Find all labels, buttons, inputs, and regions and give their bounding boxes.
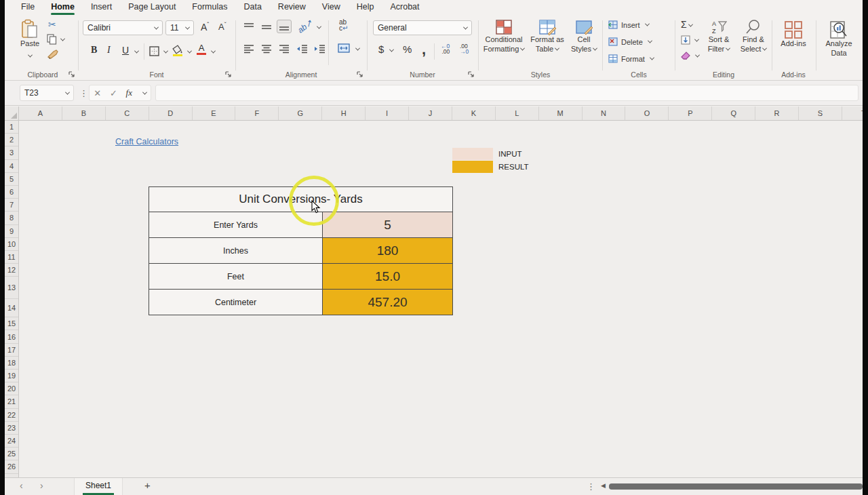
format-as-table-button[interactable]: Format as Table — [528, 19, 567, 54]
insert-cells-button[interactable]: Insert — [608, 20, 649, 29]
tab-review[interactable]: Review — [271, 1, 313, 14]
align-left-button[interactable] — [241, 42, 256, 56]
column-header-R[interactable]: R — [755, 106, 799, 120]
orientation-button[interactable]: ab↗ — [296, 18, 314, 35]
align-top-button[interactable] — [241, 20, 256, 34]
sort-filter-button[interactable]: AZ Sort & Filter — [703, 19, 735, 54]
row-header-18[interactable]: 18 — [5, 357, 18, 370]
row-header-5[interactable]: 5 — [5, 173, 18, 186]
craft-calculators-link[interactable]: Craft Calculators — [115, 137, 178, 146]
font-size-select[interactable]: 11 — [165, 20, 194, 35]
chevron-down-icon[interactable] — [142, 90, 147, 94]
formula-input[interactable] — [155, 85, 859, 101]
table-row-label[interactable]: Centimeter — [149, 290, 323, 315]
delete-cells-button[interactable]: Delete — [608, 37, 652, 46]
table-row-value[interactable]: 180 — [323, 238, 452, 263]
row-header-11[interactable]: 11 — [5, 251, 18, 264]
column-header-M[interactable]: M — [539, 106, 583, 120]
chevron-down-icon[interactable] — [163, 49, 168, 54]
comma-button[interactable]: , — [422, 41, 426, 58]
chevron-down-icon[interactable] — [134, 49, 139, 54]
increase-decimal-button[interactable]: ←0 .00 — [441, 43, 450, 54]
column-header-N[interactable]: N — [583, 106, 626, 120]
table-row-label[interactable]: Inches — [149, 238, 323, 263]
cell-styles-button[interactable]: Cell Styles — [567, 19, 601, 54]
paste-button[interactable]: Paste — [17, 19, 43, 61]
wrap-text-button[interactable]: ab c↵ — [339, 19, 348, 31]
format-cells-button[interactable]: Format — [608, 54, 654, 63]
cancel-icon[interactable]: ✕ — [94, 88, 101, 98]
scroll-left-icon[interactable]: ◀ — [601, 482, 606, 489]
column-header-B[interactable]: B — [62, 106, 106, 120]
row-header-15[interactable]: 15 — [5, 317, 18, 330]
clear-button[interactable] — [681, 52, 691, 60]
percent-button[interactable]: % — [403, 43, 412, 55]
row-header-19[interactable]: 19 — [5, 370, 18, 382]
column-header-G[interactable]: G — [279, 106, 322, 120]
chevron-down-icon[interactable] — [211, 49, 216, 54]
align-right-button[interactable] — [277, 42, 292, 56]
row-header-17[interactable]: 17 — [5, 344, 18, 357]
row-header-26[interactable]: 26 — [5, 460, 18, 473]
tab-insert[interactable]: Insert — [84, 1, 119, 14]
column-header-L[interactable]: L — [496, 106, 539, 120]
chevron-down-icon[interactable] — [317, 24, 321, 29]
alignment-dialog-launcher-icon[interactable] — [357, 71, 363, 78]
column-header-P[interactable]: P — [669, 106, 712, 120]
copy-button[interactable] — [47, 34, 57, 45]
font-dialog-launcher-icon[interactable] — [225, 71, 232, 78]
row-header-9[interactable]: 9 — [5, 225, 18, 238]
merge-center-button[interactable] — [338, 43, 350, 53]
italic-button[interactable]: I — [107, 45, 111, 56]
decrease-decimal-button[interactable]: .00 →0 — [460, 43, 469, 54]
add-sheet-button[interactable]: + — [144, 479, 151, 491]
column-header-I[interactable]: I — [366, 106, 409, 120]
column-header-H[interactable]: H — [322, 106, 366, 120]
row-header-25[interactable]: 25 — [5, 448, 18, 460]
column-header-A[interactable]: A — [19, 106, 62, 120]
align-center-button[interactable] — [259, 42, 274, 56]
table-row-value[interactable]: 457.20 — [323, 290, 452, 315]
column-header-E[interactable]: E — [193, 106, 236, 120]
clipboard-dialog-launcher-icon[interactable] — [68, 71, 75, 78]
tab-data[interactable]: Data — [237, 1, 268, 14]
cut-button[interactable]: ✂ — [48, 19, 56, 30]
chevron-down-icon[interactable] — [187, 49, 192, 54]
row-header-20[interactable]: 20 — [5, 382, 18, 395]
borders-button[interactable] — [149, 46, 159, 56]
row-header-13[interactable]: 13 — [5, 277, 18, 299]
row-header-23[interactable]: 23 — [5, 422, 18, 435]
table-row-value[interactable]: 5 — [323, 212, 452, 237]
row-header-6[interactable]: 6 — [5, 186, 18, 199]
find-select-button[interactable]: Find & Select — [738, 19, 769, 54]
number-dialog-launcher-icon[interactable] — [468, 71, 475, 78]
align-bottom-button[interactable] — [277, 20, 292, 33]
column-header-Q[interactable]: Q — [712, 106, 755, 120]
row-header-8[interactable]: 8 — [5, 212, 18, 224]
align-middle-button[interactable] — [259, 20, 274, 34]
tab-help[interactable]: Help — [350, 1, 381, 14]
chevron-down-icon[interactable] — [389, 47, 394, 52]
tab-file[interactable]: File — [14, 1, 41, 14]
decrease-indent-button[interactable] — [294, 42, 309, 56]
row-header-1[interactable]: 1 — [5, 121, 18, 134]
row-header-2[interactable]: 2 — [5, 134, 18, 146]
row-header-7[interactable]: 7 — [5, 199, 18, 212]
row-header-4[interactable]: 4 — [5, 160, 18, 173]
shrink-font-button[interactable]: Aˇ — [218, 21, 226, 32]
addins-button[interactable]: Add-ins — [776, 20, 810, 49]
spreadsheet-grid[interactable]: 1234567891011121314151617181920212223242… — [5, 121, 863, 477]
currency-button[interactable]: $ — [378, 43, 384, 55]
row-header-3[interactable]: 3 — [5, 146, 18, 159]
tab-formulas[interactable]: Formulas — [185, 1, 234, 14]
row-header-10[interactable]: 10 — [5, 238, 18, 251]
sheet-tab-sheet1[interactable]: Sheet1 — [74, 478, 123, 495]
row-header-24[interactable]: 24 — [5, 435, 18, 448]
number-format-select[interactable]: General — [373, 20, 472, 35]
chevron-down-icon[interactable] — [355, 46, 360, 51]
tab-acrobat[interactable]: Acrobat — [383, 1, 426, 14]
autosum-button[interactable]: Σ — [681, 19, 692, 30]
column-header-O[interactable]: O — [625, 106, 669, 120]
fx-icon[interactable]: fx — [126, 87, 132, 98]
underline-button[interactable]: U — [122, 45, 129, 56]
